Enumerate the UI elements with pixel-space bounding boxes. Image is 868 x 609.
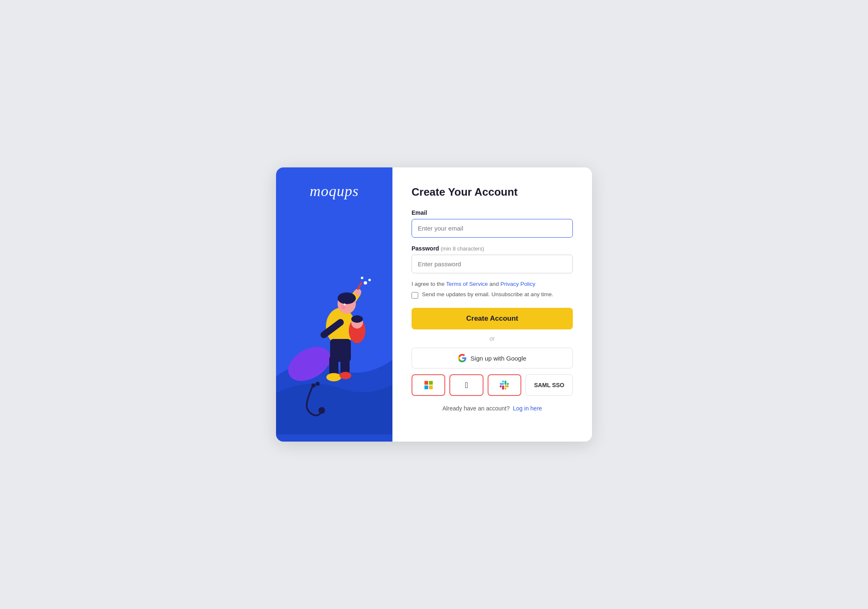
- svg-point-9: [361, 277, 363, 279]
- slack-icon: [500, 381, 509, 390]
- updates-checkbox[interactable]: [412, 292, 418, 299]
- apple-icon: : [465, 381, 468, 389]
- slack-signup-button[interactable]: [488, 374, 521, 396]
- page-title: Create Your Account: [412, 186, 573, 199]
- svg-point-24: [316, 382, 320, 386]
- password-field-group: Password (min 8 characters): [412, 245, 573, 273]
- svg-point-18: [340, 372, 351, 379]
- svg-point-13: [344, 304, 346, 306]
- password-input[interactable]: [412, 255, 573, 273]
- create-account-button[interactable]: Create Account: [412, 308, 573, 329]
- svg-point-23: [311, 383, 316, 388]
- microsoft-signup-button[interactable]: [412, 374, 445, 396]
- svg-point-8: [368, 279, 371, 281]
- password-hint: (min 8 characters): [441, 246, 484, 252]
- signup-card: moqups: [276, 167, 592, 442]
- email-field-group: Email: [412, 209, 573, 238]
- svg-point-17: [326, 373, 341, 381]
- login-link[interactable]: Log in here: [513, 405, 542, 412]
- logo: moqups: [310, 182, 359, 200]
- svg-rect-16: [340, 354, 350, 374]
- svg-point-12: [341, 305, 345, 309]
- email-input[interactable]: [412, 219, 573, 238]
- left-panel: moqups: [276, 167, 392, 442]
- svg-point-21: [351, 315, 363, 323]
- google-icon: [458, 354, 466, 362]
- updates-checkbox-row: Send me updates by email. Unsubscribe at…: [412, 291, 573, 299]
- email-label: Email: [412, 209, 573, 216]
- google-signup-button[interactable]: Sign up with Google: [412, 348, 573, 368]
- saml-sso-button[interactable]: SAML SSO: [525, 374, 573, 396]
- password-label: Password (min 8 characters): [412, 245, 573, 252]
- or-divider: or: [412, 335, 573, 342]
- privacy-link[interactable]: Privacy Policy: [501, 281, 535, 287]
- tos-text: I agree to the Terms of Service and Priv…: [412, 281, 573, 287]
- right-panel: Create Your Account Email Password (min …: [392, 167, 592, 442]
- svg-point-11: [338, 292, 356, 304]
- illustration: [276, 195, 392, 442]
- alt-buttons-row:  SAML SSO: [412, 374, 573, 396]
- apple-signup-button[interactable]: : [449, 374, 483, 396]
- updates-label[interactable]: Send me updates by email. Unsubscribe at…: [422, 291, 553, 297]
- microsoft-icon: [424, 381, 433, 389]
- svg-point-7: [364, 281, 367, 285]
- login-footer: Already have an account? Log in here: [412, 405, 573, 412]
- tos-link[interactable]: Terms of Service: [446, 281, 488, 287]
- svg-line-6: [358, 283, 361, 289]
- svg-point-22: [318, 407, 325, 414]
